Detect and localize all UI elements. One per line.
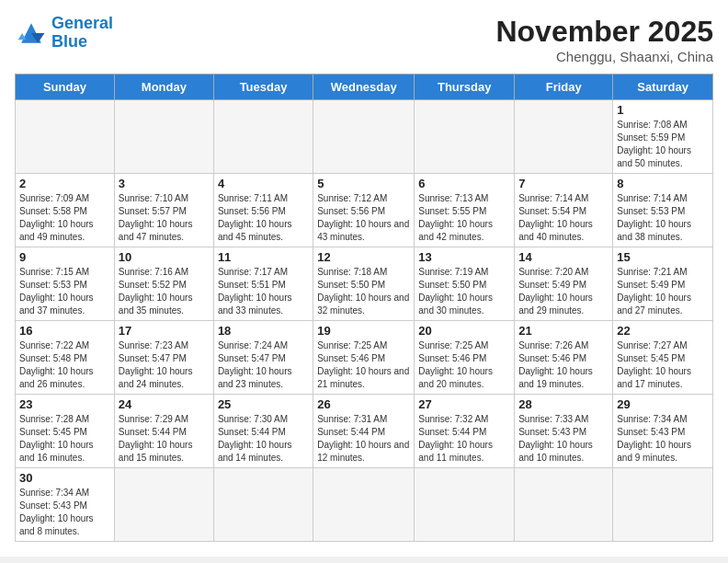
empty-cell: [515, 100, 613, 174]
calendar-row: 16Sunrise: 7:22 AM Sunset: 5:48 PM Dayli…: [16, 321, 713, 395]
day-info: Sunrise: 7:25 AM Sunset: 5:46 PM Dayligh…: [317, 339, 410, 391]
day-info: Sunrise: 7:34 AM Sunset: 5:43 PM Dayligh…: [19, 487, 110, 538]
day-info: Sunrise: 7:23 AM Sunset: 5:47 PM Dayligh…: [119, 339, 210, 391]
day-number: 4: [218, 177, 309, 190]
header-saturday: Saturday: [613, 75, 713, 100]
day-cell: 9Sunrise: 7:15 AM Sunset: 5:53 PM Daylig…: [16, 247, 115, 321]
day-info: Sunrise: 7:16 AM Sunset: 5:52 PM Dayligh…: [119, 266, 210, 317]
day-cell: 25Sunrise: 7:30 AM Sunset: 5:44 PM Dayli…: [213, 395, 313, 468]
day-cell: 13Sunrise: 7:19 AM Sunset: 5:50 PM Dayli…: [415, 247, 515, 321]
day-number: 9: [19, 250, 110, 264]
logo-text: General Blue: [51, 15, 113, 52]
day-cell: 2Sunrise: 7:09 AM Sunset: 5:58 PM Daylig…: [16, 174, 115, 247]
empty-cell: [313, 468, 415, 542]
day-cell: 7Sunrise: 7:14 AM Sunset: 5:54 PM Daylig…: [515, 174, 613, 247]
day-cell: 19Sunrise: 7:25 AM Sunset: 5:46 PM Dayli…: [313, 321, 415, 395]
day-info: Sunrise: 7:17 AM Sunset: 5:51 PM Dayligh…: [218, 266, 309, 317]
day-cell: 14Sunrise: 7:20 AM Sunset: 5:49 PM Dayli…: [515, 247, 613, 321]
empty-cell: [613, 468, 713, 542]
day-info: Sunrise: 7:09 AM Sunset: 5:58 PM Dayligh…: [19, 192, 110, 244]
day-info: Sunrise: 7:21 AM Sunset: 5:49 PM Dayligh…: [617, 266, 709, 317]
logo-general: General: [51, 14, 113, 32]
header-friday: Friday: [515, 75, 613, 100]
day-cell: 22Sunrise: 7:27 AM Sunset: 5:45 PM Dayli…: [613, 321, 713, 395]
day-number: 14: [518, 250, 609, 264]
header-thursday: Thursday: [415, 75, 515, 100]
day-info: Sunrise: 7:34 AM Sunset: 5:43 PM Dayligh…: [617, 413, 709, 465]
day-number: 15: [617, 250, 709, 264]
empty-cell: [16, 100, 115, 174]
day-cell: 3Sunrise: 7:10 AM Sunset: 5:57 PM Daylig…: [114, 174, 213, 247]
day-info: Sunrise: 7:14 AM Sunset: 5:54 PM Dayligh…: [518, 192, 609, 244]
header-wednesday: Wednesday: [313, 75, 415, 100]
day-info: Sunrise: 7:15 AM Sunset: 5:53 PM Dayligh…: [19, 266, 110, 317]
day-number: 10: [119, 250, 210, 264]
weekday-header-row: Sunday Monday Tuesday Wednesday Thursday…: [16, 75, 713, 100]
day-info: Sunrise: 7:27 AM Sunset: 5:45 PM Dayligh…: [617, 339, 709, 391]
day-number: 22: [617, 324, 709, 338]
day-cell: 8Sunrise: 7:14 AM Sunset: 5:53 PM Daylig…: [613, 174, 713, 247]
day-number: 20: [418, 324, 510, 338]
day-number: 25: [218, 397, 309, 411]
title-block: November 2025 Chenggu, Shaanxi, China: [495, 15, 713, 64]
calendar-row: 9Sunrise: 7:15 AM Sunset: 5:53 PM Daylig…: [16, 247, 713, 321]
logo: General Blue: [15, 15, 113, 52]
empty-cell: [415, 468, 515, 542]
day-info: Sunrise: 7:10 AM Sunset: 5:57 PM Dayligh…: [119, 192, 210, 244]
day-info: Sunrise: 7:13 AM Sunset: 5:55 PM Dayligh…: [418, 192, 510, 244]
day-cell: 12Sunrise: 7:18 AM Sunset: 5:50 PM Dayli…: [313, 247, 415, 321]
day-number: 11: [218, 250, 309, 264]
day-cell: 29Sunrise: 7:34 AM Sunset: 5:43 PM Dayli…: [613, 395, 713, 468]
day-cell: 27Sunrise: 7:32 AM Sunset: 5:44 PM Dayli…: [415, 395, 515, 468]
day-number: 27: [418, 397, 510, 411]
logo-icon: [15, 17, 48, 50]
day-cell: 28Sunrise: 7:33 AM Sunset: 5:43 PM Dayli…: [515, 395, 613, 468]
day-cell: 5Sunrise: 7:12 AM Sunset: 5:56 PM Daylig…: [313, 174, 415, 247]
day-info: Sunrise: 7:18 AM Sunset: 5:50 PM Dayligh…: [317, 266, 410, 317]
day-cell: 16Sunrise: 7:22 AM Sunset: 5:48 PM Dayli…: [16, 321, 115, 395]
day-info: Sunrise: 7:30 AM Sunset: 5:44 PM Dayligh…: [218, 413, 309, 465]
day-number: 26: [317, 397, 410, 411]
calendar-row: 1Sunrise: 7:08 AM Sunset: 5:59 PM Daylig…: [16, 100, 713, 174]
day-cell: 30Sunrise: 7:34 AM Sunset: 5:43 PM Dayli…: [16, 468, 115, 542]
day-info: Sunrise: 7:22 AM Sunset: 5:48 PM Dayligh…: [19, 339, 110, 391]
day-info: Sunrise: 7:11 AM Sunset: 5:56 PM Dayligh…: [218, 192, 309, 244]
day-number: 3: [119, 177, 210, 190]
day-cell: 23Sunrise: 7:28 AM Sunset: 5:45 PM Dayli…: [16, 395, 115, 468]
day-number: 28: [518, 397, 609, 411]
day-info: Sunrise: 7:32 AM Sunset: 5:44 PM Dayligh…: [418, 413, 510, 465]
day-number: 6: [418, 177, 510, 190]
day-number: 5: [317, 177, 410, 190]
day-number: 24: [119, 397, 210, 411]
header-tuesday: Tuesday: [213, 75, 313, 100]
empty-cell: [213, 468, 313, 542]
day-cell: 21Sunrise: 7:26 AM Sunset: 5:46 PM Dayli…: [515, 321, 613, 395]
day-number: 23: [19, 397, 110, 411]
empty-cell: [213, 100, 313, 174]
day-number: 29: [617, 397, 709, 411]
day-cell: 11Sunrise: 7:17 AM Sunset: 5:51 PM Dayli…: [213, 247, 313, 321]
month-title: November 2025: [495, 15, 713, 49]
day-cell: 6Sunrise: 7:13 AM Sunset: 5:55 PM Daylig…: [415, 174, 515, 247]
day-cell: 4Sunrise: 7:11 AM Sunset: 5:56 PM Daylig…: [213, 174, 313, 247]
day-info: Sunrise: 7:08 AM Sunset: 5:59 PM Dayligh…: [617, 119, 709, 170]
location: Chenggu, Shaanxi, China: [495, 49, 713, 64]
day-info: Sunrise: 7:20 AM Sunset: 5:49 PM Dayligh…: [518, 266, 609, 317]
calendar-row: 23Sunrise: 7:28 AM Sunset: 5:45 PM Dayli…: [16, 395, 713, 468]
day-cell: 26Sunrise: 7:31 AM Sunset: 5:44 PM Dayli…: [313, 395, 415, 468]
day-info: Sunrise: 7:29 AM Sunset: 5:44 PM Dayligh…: [119, 413, 210, 465]
day-info: Sunrise: 7:14 AM Sunset: 5:53 PM Dayligh…: [617, 192, 709, 244]
header: General Blue November 2025 Chenggu, Shaa…: [15, 15, 713, 64]
header-monday: Monday: [114, 75, 213, 100]
empty-cell: [114, 468, 213, 542]
page: General Blue November 2025 Chenggu, Shaa…: [0, 0, 728, 557]
day-info: Sunrise: 7:31 AM Sunset: 5:44 PM Dayligh…: [317, 413, 410, 465]
calendar-row: 2Sunrise: 7:09 AM Sunset: 5:58 PM Daylig…: [16, 174, 713, 247]
day-number: 13: [418, 250, 510, 264]
header-sunday: Sunday: [16, 75, 115, 100]
day-cell: 18Sunrise: 7:24 AM Sunset: 5:47 PM Dayli…: [213, 321, 313, 395]
calendar-row: 30Sunrise: 7:34 AM Sunset: 5:43 PM Dayli…: [16, 468, 713, 542]
logo-blue: Blue: [51, 32, 87, 51]
day-info: Sunrise: 7:25 AM Sunset: 5:46 PM Dayligh…: [418, 339, 510, 391]
day-cell: 17Sunrise: 7:23 AM Sunset: 5:47 PM Dayli…: [114, 321, 213, 395]
